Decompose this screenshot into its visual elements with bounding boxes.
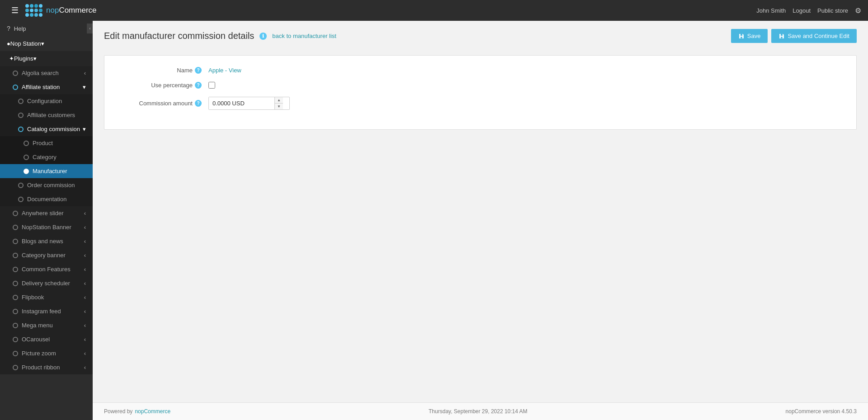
plugins-icon: ✦: [9, 55, 14, 62]
sidebar-item-product-ribbon[interactable]: Product ribbon ‹: [0, 360, 93, 374]
footer-version: nopCommerce version 4.50.3: [786, 408, 857, 415]
sidebar-item-category[interactable]: Category: [0, 150, 93, 164]
spinner-down-button[interactable]: ▼: [275, 103, 283, 109]
form-row-name: Name ? Apple - View: [118, 67, 843, 74]
header-buttons: Save Save and Continue Edit: [731, 29, 857, 43]
circle-icon: [13, 71, 18, 76]
footer-left: Powered by nopCommerce: [104, 408, 170, 415]
sidebar-item-nop-station[interactable]: ● Nop Station ▾: [0, 36, 93, 51]
sidebar-item-label: Nop Station: [10, 40, 41, 47]
back-to-manufacturer-list-link[interactable]: back to manufacturer list: [272, 33, 336, 39]
save-button[interactable]: Save: [731, 29, 768, 43]
sidebar-item-manufacturer[interactable]: Manufacturer: [0, 164, 93, 178]
chevron-down-icon: ▾: [83, 126, 86, 132]
chevron-left-icon: ‹: [84, 70, 86, 76]
name-link[interactable]: Apple - View: [208, 67, 241, 74]
sidebar-item-blogs-and-news[interactable]: Blogs and news ‹: [0, 234, 93, 248]
sidebar-item-picture-zoom[interactable]: Picture zoom ‹: [0, 346, 93, 360]
settings-icon[interactable]: ⚙: [855, 6, 861, 15]
use-percentage-checkbox[interactable]: [208, 82, 215, 89]
sidebar-item-label: Affiliate customers: [27, 112, 75, 118]
circle-icon: [13, 253, 18, 258]
top-right-nav: John Smith Logout Public store ⚙: [756, 6, 861, 15]
sidebar-item-label: Common Features: [22, 266, 71, 273]
circle-icon: [13, 85, 18, 90]
name-help-tooltip[interactable]: ?: [195, 67, 202, 74]
page-header: Edit manufacturer commission details ℹ b…: [93, 21, 868, 48]
sidebar-item-label: Catalog commission: [27, 126, 80, 132]
logout-link[interactable]: Logout: [793, 7, 811, 14]
save-continue-icon: [778, 33, 785, 39]
sidebar-item-configuration[interactable]: Configuration: [0, 94, 93, 108]
sidebar-item-algolia-search[interactable]: Algolia search ‹: [0, 66, 93, 80]
sidebar-item-documentation[interactable]: Documentation: [0, 192, 93, 206]
chevron-left-icon: ‹: [84, 224, 86, 231]
sidebar-item-label: OCarousel: [22, 336, 50, 343]
sidebar-item-label: Product ribbon: [22, 364, 60, 371]
plugins-subitems: Algolia search ‹ Affiliate station ▾ Con…: [0, 66, 93, 374]
form-panel: Name ? Apple - View Use percentage ?: [104, 55, 857, 130]
sidebar-item-plugins[interactable]: ✦ Plugins ▾: [0, 51, 93, 66]
public-store-link[interactable]: Public store: [817, 7, 848, 14]
sidebar-item-order-commission[interactable]: Order commission: [0, 178, 93, 192]
circle-icon: [13, 239, 18, 244]
sidebar-item-label: Blogs and news: [22, 238, 63, 245]
collapse-arrow[interactable]: ‹: [87, 24, 93, 33]
sidebar-item-nopstation-banner[interactable]: NopStation Banner ‹: [0, 220, 93, 234]
hamburger-button[interactable]: ☰: [7, 3, 23, 18]
sidebar-item-mega-menu[interactable]: Mega menu ‹: [0, 318, 93, 332]
use-percentage-value: [208, 82, 843, 89]
form-row-use-percentage: Use percentage ?: [118, 82, 843, 89]
spinner-up-button[interactable]: ▲: [275, 97, 283, 103]
use-percentage-label: Use percentage ?: [118, 82, 208, 89]
sidebar-item-instagram-feed[interactable]: Instagram feed ‹: [0, 304, 93, 318]
commission-amount-input[interactable]: [209, 97, 274, 109]
circle-icon: [13, 267, 18, 272]
sidebar-item-anywhere-slider[interactable]: Anywhere slider ‹: [0, 206, 93, 220]
chevron-left-icon: ‹: [84, 210, 86, 217]
chevron-left-icon: ‹: [84, 308, 86, 315]
footer-nopcommerce-link[interactable]: nopCommerce: [135, 408, 170, 415]
circle-icon: [13, 281, 18, 286]
sidebar-item-label: Manufacturer: [33, 168, 67, 175]
chevron-left-icon: ‹: [84, 336, 86, 343]
circle-icon: [13, 211, 18, 216]
sidebar-item-affiliate-customers[interactable]: Affiliate customers: [0, 108, 93, 122]
name-label: Name ?: [118, 67, 208, 74]
sidebar-item-label: NopStation Banner: [22, 224, 71, 231]
logo-dots: [25, 4, 42, 17]
sidebar-item-flipbook[interactable]: Flipbook ‹: [0, 290, 93, 304]
circle-icon: [18, 99, 24, 104]
save-and-continue-button[interactable]: Save and Continue Edit: [771, 29, 857, 43]
name-value: Apple - View: [208, 67, 843, 74]
username-label: John Smith: [756, 7, 786, 14]
circle-icon: [13, 351, 18, 356]
sidebar-item-affiliate-station[interactable]: Affiliate station ▾: [0, 80, 93, 94]
use-percentage-help-tooltip[interactable]: ?: [195, 82, 202, 89]
circle-icon: [18, 113, 24, 118]
sidebar-item-label: Configuration: [27, 98, 62, 104]
sidebar-item-label: Product: [33, 140, 53, 146]
catalog-commission-subitems: Product Category Manufacturer: [0, 136, 93, 178]
number-spinners: ▲ ▼: [274, 97, 283, 109]
sidebar-item-catalog-commission[interactable]: Catalog commission ▾: [0, 122, 93, 136]
circle-icon: [13, 225, 18, 230]
sidebar-item-label: Instagram feed: [22, 308, 61, 315]
sidebar-item-category-banner[interactable]: Category banner ‹: [0, 248, 93, 262]
footer: Powered by nopCommerce Thursday, Septemb…: [93, 402, 868, 420]
sidebar-item-label: Order commission: [27, 182, 75, 189]
sidebar-item-delivery-scheduler[interactable]: Delivery scheduler ‹: [0, 276, 93, 290]
sidebar-item-help[interactable]: ? Help ‹: [0, 21, 93, 36]
circle-icon: [24, 169, 29, 174]
sidebar-item-ocarousel[interactable]: OCarousel ‹: [0, 332, 93, 346]
sidebar-item-common-features[interactable]: Common Features ‹: [0, 262, 93, 276]
sidebar-item-product[interactable]: Product: [0, 136, 93, 150]
page-title: Edit manufacturer commission details: [104, 31, 254, 41]
affiliate-station-subitems: Configuration Affiliate customers Catalo…: [0, 94, 93, 206]
circle-icon: [18, 127, 24, 132]
commission-amount-help-tooltip[interactable]: ?: [195, 100, 202, 107]
sidebar-item-label: Category: [33, 154, 57, 160]
chevron-left-icon: ‹: [84, 266, 86, 273]
chevron-left-icon: ‹: [84, 238, 86, 245]
circle-icon: [18, 197, 24, 202]
